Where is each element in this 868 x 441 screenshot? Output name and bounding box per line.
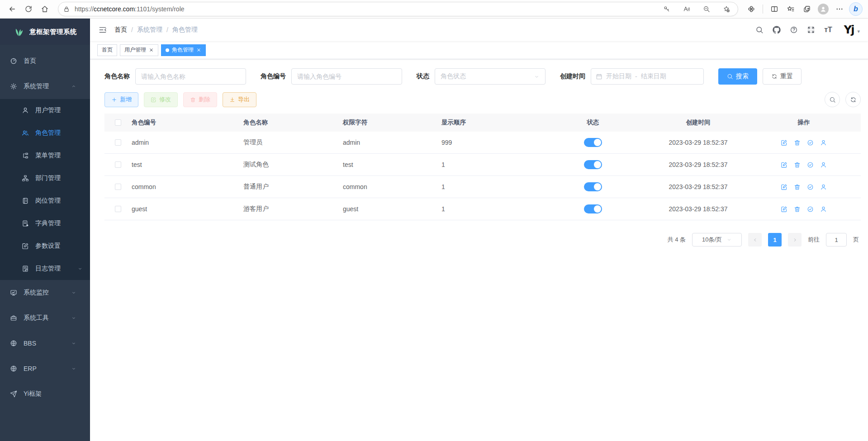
prev-page-button[interactable] (748, 233, 762, 247)
tab-user-management[interactable]: 用户管理 (120, 44, 158, 56)
sidebar-item-role-management[interactable]: 角色管理 (0, 122, 90, 144)
data-scope-icon[interactable] (807, 206, 814, 213)
edit-row-icon[interactable] (781, 139, 787, 146)
col-perm-string: 权限字符 (343, 119, 441, 127)
status-toggle[interactable] (584, 160, 602, 169)
select-all-checkbox[interactable] (115, 119, 121, 126)
assign-user-icon[interactable] (820, 184, 827, 190)
sidebar-item-log-management[interactable]: 日志管理 (0, 257, 90, 280)
browser-refresh-button[interactable] (22, 2, 35, 16)
sidebar-item-department-management[interactable]: 部门管理 (0, 167, 90, 190)
delete-row-icon[interactable] (794, 161, 801, 168)
edit-row-icon[interactable] (781, 184, 787, 190)
data-scope-icon[interactable] (807, 161, 814, 168)
fullscreen-icon[interactable] (807, 26, 815, 34)
favorites-icon[interactable] (784, 2, 797, 16)
end-date-placeholder[interactable]: 结束日期 (641, 72, 666, 81)
browser-essentials-icon[interactable] (745, 2, 758, 16)
sidebar-item-yi-framework[interactable]: Yi框架 (0, 381, 90, 407)
row-checkbox[interactable] (115, 139, 121, 146)
tab-home[interactable]: 首页 (97, 44, 117, 56)
sidebar-item-user-management[interactable]: 用户管理 (0, 99, 90, 122)
delete-button[interactable]: 删除 (183, 92, 217, 107)
next-page-button[interactable] (788, 233, 802, 247)
user-icon (22, 107, 29, 114)
sidebar-item-home[interactable]: 首页 (0, 48, 90, 74)
header-search-icon[interactable] (755, 26, 764, 34)
url-text[interactable]: https://ccnetcore.com:1101/system/role (75, 5, 185, 13)
table-row: guest 游客用户 guest 1 2023-03-29 18:52:37 (104, 198, 861, 220)
refresh-table-button[interactable] (845, 92, 861, 107)
data-scope-icon[interactable] (807, 184, 814, 190)
github-icon[interactable] (773, 26, 781, 34)
add-button[interactable]: 新增 (104, 92, 138, 107)
lock-icon[interactable] (63, 5, 70, 13)
assign-user-icon[interactable] (820, 161, 827, 168)
breadcrumb-system[interactable]: 系统管理 (137, 26, 162, 34)
start-date-placeholder[interactable]: 开始日期 (606, 72, 631, 81)
split-screen-icon[interactable] (768, 2, 781, 16)
collections-icon[interactable] (800, 2, 814, 16)
assign-user-icon[interactable] (820, 206, 827, 213)
edit-row-icon[interactable] (781, 206, 787, 213)
tags-view-bar: 首页 用户管理 角色管理 (90, 41, 868, 59)
sidebar-item-erp[interactable]: ERP (0, 356, 90, 381)
data-scope-icon[interactable] (807, 139, 814, 146)
font-size-icon[interactable]: тT (824, 26, 832, 34)
assign-user-icon[interactable] (820, 139, 827, 146)
add-favorite-icon[interactable] (720, 2, 733, 16)
export-button[interactable]: 导出 (223, 92, 256, 107)
address-bar[interactable]: https://ccnetcore.com:1101/system/role (58, 2, 738, 16)
search-button[interactable]: 搜索 (718, 68, 757, 85)
breadcrumb-home[interactable]: 首页 (114, 26, 127, 34)
table-row: test 测试角色 test 1 2023-03-29 18:52:37 (104, 154, 861, 176)
browser-profile-avatar[interactable] (816, 2, 830, 16)
tab-role-management[interactable]: 角色管理 (161, 44, 206, 56)
goto-page-input[interactable] (826, 233, 847, 247)
sidebar-item-bbs[interactable]: BBS (0, 331, 90, 356)
edit-row-icon[interactable] (781, 161, 787, 168)
role-code-input[interactable] (291, 68, 402, 85)
read-aloud-icon[interactable] (680, 2, 693, 16)
sidebar-item-system-monitor[interactable]: 系统监控 (0, 280, 90, 305)
delete-row-icon[interactable] (794, 206, 801, 213)
password-key-icon[interactable] (660, 2, 674, 16)
sidebar-item-dictionary-management[interactable]: 字典管理 (0, 212, 90, 235)
sidebar-item-system-tools[interactable]: 系统工具 (0, 305, 90, 331)
browser-home-button[interactable] (38, 2, 52, 16)
delete-row-icon[interactable] (794, 184, 801, 190)
row-checkbox[interactable] (115, 184, 121, 190)
show-search-button[interactable] (825, 92, 840, 107)
edit-button[interactable]: 修改 (144, 92, 178, 107)
table-header-row: 角色编号 角色名称 权限字符 显示顺序 状态 创建时间 操作 (104, 114, 861, 132)
row-checkbox[interactable] (115, 161, 121, 168)
delete-row-icon[interactable] (794, 139, 801, 146)
edit-icon (22, 242, 29, 250)
status-toggle[interactable] (584, 182, 602, 191)
sidebar-item-parameter-settings[interactable]: 参数设置 (0, 235, 90, 257)
user-menu[interactable]: Yj ▾ (844, 24, 860, 35)
browser-menu-icon[interactable] (833, 2, 846, 16)
page-size-select[interactable]: 10条/页 (692, 233, 742, 247)
sidebar-item-menu-management[interactable]: 菜单管理 (0, 144, 90, 167)
reset-button[interactable]: 重置 (763, 68, 802, 85)
chevron-down-icon (77, 266, 83, 271)
zoom-out-icon[interactable] (700, 2, 713, 16)
sidebar-item-post-management[interactable]: 岗位管理 (0, 190, 90, 212)
date-range-picker[interactable]: 开始日期 - 结束日期 (591, 68, 704, 85)
status-select[interactable]: 角色状态 (435, 68, 545, 85)
row-checkbox[interactable] (115, 206, 121, 212)
sidebar-collapse-icon[interactable] (98, 25, 107, 34)
role-name-input[interactable] (135, 68, 246, 85)
close-icon[interactable] (196, 47, 201, 52)
status-toggle[interactable] (584, 138, 602, 147)
help-icon[interactable] (790, 26, 798, 34)
url-scheme: https:// (75, 5, 94, 13)
page-number-1[interactable]: 1 (768, 233, 782, 247)
status-toggle[interactable] (584, 204, 602, 213)
table-row: common 普通用户 common 1 2023-03-29 18:52:37 (104, 176, 861, 198)
browser-back-button[interactable] (5, 2, 19, 16)
close-icon[interactable] (149, 47, 154, 52)
copilot-icon[interactable]: b (849, 2, 863, 16)
sidebar-item-system-management[interactable]: 系统管理 (0, 74, 90, 99)
